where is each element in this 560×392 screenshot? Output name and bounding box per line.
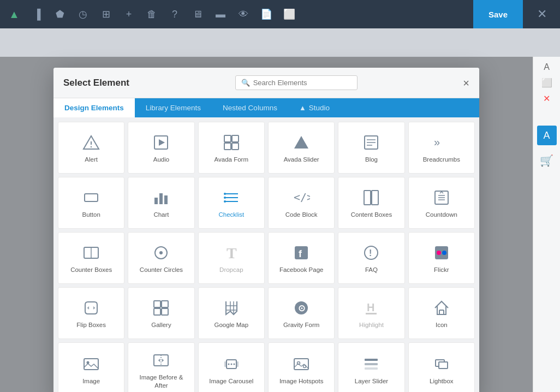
toolbar-close-icon[interactable]: ✕	[531, 7, 553, 21]
element-image-carousel-label: Image Carousel	[209, 377, 253, 385]
svg-rect-47	[162, 308, 168, 315]
element-facebook-page[interactable]: f Facebook Page	[268, 232, 335, 284]
desktop-icon[interactable]: 🖥	[190, 9, 205, 20]
tab-library-elements[interactable]: Library Elements	[135, 98, 212, 117]
element-icon[interactable]: Icon	[408, 287, 475, 339]
svg-rect-45	[162, 301, 168, 307]
element-gravity-form[interactable]: ⊙ Gravity Form	[268, 287, 335, 339]
preview-icon[interactable]: ⬜	[282, 8, 297, 20]
svg-rect-68	[236, 361, 239, 367]
element-image-hotspots[interactable]: Image Hotspots	[268, 342, 335, 392]
right-sidebar: A ⬜ ✕ A 🛒	[533, 57, 560, 392]
svg-marker-9	[294, 136, 308, 149]
element-dropcap[interactable]: T Dropcap	[198, 232, 265, 284]
element-counter-circles[interactable]: Counter Circles	[128, 232, 194, 284]
svg-point-23	[224, 197, 226, 199]
sidebar-icon-2[interactable]: ⬜	[541, 78, 552, 88]
element-faq[interactable]: ! FAQ	[338, 232, 404, 284]
modal-title: Select Element	[63, 78, 129, 88]
element-audio[interactable]: Audio	[128, 122, 194, 174]
element-breadcrumbs[interactable]: » Breadcrumbs	[408, 122, 475, 174]
sidebar-cart-icon[interactable]: 🛒	[540, 154, 553, 167]
tab-design-elements[interactable]: Design Elements	[53, 98, 135, 117]
element-flip-boxes[interactable]: Flip Boxes	[58, 287, 124, 339]
svg-rect-17	[159, 193, 163, 204]
modal-header: Select Element 🔍 ×	[53, 68, 479, 98]
element-dropcap-label: Dropcap	[219, 266, 243, 274]
search-box[interactable]: 🔍	[235, 75, 358, 90]
svg-marker-56	[435, 301, 448, 314]
svg-rect-26	[364, 191, 371, 205]
search-input[interactable]	[253, 79, 352, 87]
element-countdown[interactable]: Countdown	[408, 177, 475, 229]
sidebar-close-icon[interactable]: ✕	[543, 93, 550, 104]
svg-text:</>: </>	[294, 191, 310, 204]
element-flip-boxes-label: Flip Boxes	[76, 321, 106, 329]
element-chart[interactable]: Chart	[128, 177, 194, 229]
element-gallery-label: Gallery	[151, 321, 171, 329]
modal-overlay: Select Element 🔍 × Design Elements Libra…	[0, 57, 533, 392]
element-avada-form[interactable]: Avada Form	[198, 122, 265, 174]
element-google-map[interactable]: Google Map	[198, 287, 265, 339]
avada-logo-icon: ▲	[7, 8, 22, 21]
save-button[interactable]: Save	[473, 0, 523, 28]
element-lightbox-label: Lightbox	[430, 377, 453, 385]
element-highlight[interactable]: H Highlight	[338, 287, 404, 339]
element-blog[interactable]: Blog	[338, 122, 404, 174]
element-code-block-label: Code Block	[285, 211, 318, 219]
layers-icon[interactable]: ⊞	[98, 8, 114, 20]
element-gravity-form-label: Gravity Form	[283, 321, 319, 329]
element-checklist[interactable]: Checklist	[198, 177, 265, 229]
svg-rect-77	[365, 367, 378, 370]
select-element-modal: Select Element 🔍 × Design Elements Libra…	[53, 68, 479, 392]
search-icon: 🔍	[241, 79, 250, 87]
svg-point-24	[224, 200, 226, 203]
pages-icon[interactable]: 📄	[259, 8, 274, 20]
element-content-boxes-label: Content Boxes	[351, 211, 392, 219]
element-breadcrumbs-label: Breadcrumbs	[423, 156, 460, 164]
trash-icon[interactable]: 🗑	[144, 9, 159, 20]
eye-icon[interactable]: 👁	[236, 9, 251, 20]
element-lightbox[interactable]: Lightbox	[408, 342, 475, 392]
add-icon[interactable]: +	[121, 9, 136, 20]
element-button[interactable]: Button	[58, 177, 124, 229]
svg-text:⊙: ⊙	[298, 304, 305, 313]
element-avada-slider[interactable]: Avada Slider	[268, 122, 335, 174]
svg-marker-64	[158, 359, 160, 362]
help-icon[interactable]: ?	[167, 9, 182, 20]
history-icon[interactable]: ⬟	[52, 8, 68, 20]
tab-nested-columns[interactable]: Nested Columns	[212, 98, 288, 117]
tab-studio[interactable]: ▲ Studio	[288, 98, 341, 117]
element-image[interactable]: Image	[58, 342, 124, 392]
element-button-label: Button	[82, 211, 100, 219]
element-audio-label: Audio	[153, 156, 169, 164]
element-alert[interactable]: Alert	[58, 122, 124, 174]
element-image-label: Image	[82, 377, 100, 385]
element-counter-boxes[interactable]: Counter Boxes	[58, 232, 124, 284]
svg-text:»: »	[434, 136, 440, 148]
svg-rect-16	[154, 198, 158, 204]
sidebar-icon-1[interactable]: A	[544, 62, 550, 72]
svg-point-35	[159, 251, 163, 254]
svg-rect-46	[154, 308, 160, 315]
clock-icon[interactable]: ◷	[75, 8, 91, 20]
svg-rect-15	[85, 194, 98, 201]
svg-rect-75	[365, 359, 378, 361]
element-counter-boxes-label: Counter Boxes	[70, 266, 112, 274]
element-flickr[interactable]: Flickr	[408, 232, 475, 284]
panel-icon[interactable]: ▐	[29, 9, 45, 20]
element-image-carousel[interactable]: Image Carousel	[198, 342, 265, 392]
element-image-before-after[interactable]: Image Before & After	[128, 342, 194, 392]
element-layer-slider[interactable]: Layer Slider	[338, 342, 404, 392]
element-code-block[interactable]: </> Code Block	[268, 177, 335, 229]
sidebar-blue-icon[interactable]: A	[537, 126, 557, 145]
tablet-icon[interactable]: ▬	[213, 9, 228, 20]
modal-close-button[interactable]: ×	[463, 78, 469, 88]
svg-point-2	[91, 146, 92, 147]
svg-text:!: !	[369, 248, 372, 258]
element-chart-label: Chart	[153, 211, 169, 219]
element-content-boxes[interactable]: Content Boxes	[338, 177, 404, 229]
element-google-map-label: Google Map	[215, 321, 249, 329]
svg-point-43	[442, 251, 446, 255]
element-gallery[interactable]: Gallery	[128, 287, 194, 339]
